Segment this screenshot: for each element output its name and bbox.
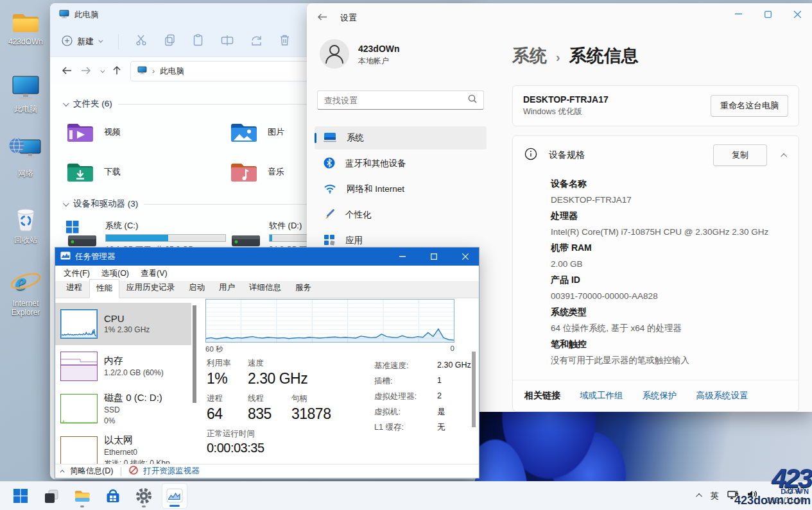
input-language-indicator[interactable]: 英	[711, 490, 719, 502]
task-manager-window: 任务管理器 文件(F) 选项(O) 查看(V) 进程 性能 应用历史记录 启动 …	[55, 247, 479, 479]
sidebar-item-bluetooth[interactable]: 蓝牙和其他设备	[315, 152, 487, 175]
tab-performance[interactable]: 性能	[89, 279, 119, 298]
taskbar-file-explorer[interactable]	[69, 483, 95, 509]
sidebar-item-system[interactable]: 系统	[315, 126, 487, 149]
stat-value: 64	[207, 405, 248, 423]
wallpaper-bloom	[475, 409, 812, 482]
desktop-icon-423down[interactable]: 423dOWn	[1, 5, 51, 46]
desktop-icon-recycle-bin[interactable]: 回收站	[1, 203, 51, 246]
music-folder-icon	[229, 160, 259, 184]
maximize-button[interactable]	[420, 248, 447, 266]
desktop-icon-this-pc[interactable]: 此电脑	[1, 72, 51, 115]
data-drive-icon	[229, 220, 260, 250]
stat-value: 835	[248, 405, 291, 423]
link-system-protection[interactable]: 系统保护	[643, 390, 677, 402]
apps-icon	[324, 234, 335, 248]
copy-button[interactable]: 复制	[713, 144, 767, 166]
summary-toggle[interactable]: 简略信息(D)	[70, 466, 113, 477]
spec-label: 处理器	[551, 208, 788, 224]
tab-processes[interactable]: 进程	[59, 278, 89, 298]
file-explorer-icon	[74, 488, 91, 504]
sidebar-item-label: 系统	[347, 132, 364, 144]
up-button[interactable]	[112, 65, 121, 77]
desktop-icon-internet-explorer[interactable]: e Internet Explorer	[1, 267, 51, 317]
spec-rows: 设备名称 DESKTOP-FTRJA17 处理器 Intel(R) Core(T…	[513, 174, 799, 375]
taskbar-task-manager[interactable]	[162, 483, 187, 509]
close-button[interactable]	[782, 3, 812, 25]
cut-button[interactable]	[135, 34, 148, 49]
sidebar-item-sub: SSD	[104, 405, 162, 415]
drive-usage-fill	[106, 235, 168, 241]
taskbar-store[interactable]	[100, 483, 126, 509]
sidebar-scrollbar[interactable]	[193, 305, 196, 403]
link-domain-workgroup[interactable]: 域或工作组	[580, 390, 623, 402]
spec-card-header[interactable]: 设备规格 复制	[513, 136, 799, 174]
menu-file[interactable]: 文件(F)	[58, 268, 96, 279]
sidebar-item-disk[interactable]: 磁盘 0 (C: D:) SSD 0%	[55, 387, 191, 430]
windows-edition: Windows 优化版	[523, 106, 609, 117]
breadcrumb-location[interactable]: 此电脑	[160, 66, 184, 77]
paste-button[interactable]	[193, 34, 204, 49]
page-title: 系统 › 系统信息	[512, 44, 799, 67]
sidebar-item-sub2: 0%	[104, 416, 162, 426]
back-button[interactable]	[317, 13, 327, 23]
taskbar: 英 22:47 2022/11/10	[0, 481, 812, 510]
network-tray-icon[interactable]	[727, 489, 739, 502]
settings-nav: 系统 蓝牙和其他设备 网络和 Internet 个性化 应用	[315, 126, 487, 252]
system-drive-icon	[65, 220, 96, 250]
tab-details[interactable]: 详细信息	[242, 278, 288, 298]
breadcrumb-parent[interactable]: 系统	[512, 44, 547, 67]
open-resource-monitor-link[interactable]: 打开资源监视器	[143, 466, 200, 477]
search-input[interactable]	[324, 96, 468, 105]
folder-tile-videos[interactable]: 视频	[65, 120, 229, 144]
sidebar-item-memory[interactable]: 内存 1.2/2.0 GB (60%)	[55, 345, 191, 387]
sidebar-item-network[interactable]: 网络和 Internet	[315, 178, 487, 201]
rename-button[interactable]	[221, 35, 234, 49]
menu-options[interactable]: 选项(O)	[96, 268, 135, 279]
task-view-button[interactable]	[39, 483, 64, 509]
link-advanced-system-settings[interactable]: 高级系统设置	[696, 390, 748, 402]
task-manager-titlebar[interactable]: 任务管理器	[55, 248, 479, 266]
tab-users[interactable]: 用户	[212, 278, 242, 298]
rename-pc-button[interactable]: 重命名这台电脑	[711, 95, 788, 117]
copy-button[interactable]	[164, 34, 176, 49]
volume-tray-icon[interactable]	[747, 489, 758, 502]
minimize-button[interactable]	[389, 248, 416, 266]
back-button[interactable]	[62, 66, 72, 77]
graph-axis-labels: 60 秒 0	[205, 344, 454, 354]
taskbar-clock[interactable]: 22:47 2022/11/10	[766, 486, 804, 506]
settings-search-box[interactable]	[317, 90, 484, 110]
maximize-button[interactable]	[753, 3, 782, 25]
task-manager-icon	[60, 251, 71, 262]
toolbar-separator	[118, 34, 119, 49]
chevron-down-icon	[63, 200, 69, 207]
chevron-up-icon[interactable]	[781, 153, 787, 159]
plus-circle-icon	[62, 35, 73, 48]
desktop-icon-network[interactable]: 网络	[1, 136, 51, 179]
forward-button[interactable]	[81, 66, 91, 77]
tab-services[interactable]: 服务	[288, 278, 318, 298]
delete-button[interactable]	[279, 34, 290, 49]
tab-startup[interactable]: 启动	[182, 278, 212, 298]
tab-app-history[interactable]: 应用历史记录	[119, 278, 182, 298]
close-button[interactable]	[452, 248, 479, 266]
minimize-button[interactable]	[723, 3, 753, 25]
share-button[interactable]	[250, 35, 263, 49]
windows-logo-icon	[13, 488, 28, 504]
taskbar-settings[interactable]	[131, 483, 157, 509]
statusbar-separator	[121, 467, 121, 476]
drives-header-label: 设备和驱动器 (3)	[73, 198, 138, 210]
sidebar-item-label: 应用	[345, 235, 363, 246]
folder-tile-downloads[interactable]: 下载	[65, 160, 229, 184]
this-pc-icon	[59, 10, 69, 21]
pane-scrollbar[interactable]	[472, 352, 476, 427]
user-profile[interactable]: 423dOWn 本地帐户	[315, 39, 487, 71]
tray-overflow-chevron[interactable]	[696, 493, 702, 500]
new-button[interactable]: 新建	[62, 35, 101, 48]
sidebar-item-label: 蓝牙和其他设备	[345, 158, 406, 169]
start-button[interactable]	[8, 483, 33, 509]
menu-view[interactable]: 查看(V)	[135, 268, 173, 279]
sidebar-item-personalization[interactable]: 个性化	[315, 203, 487, 226]
history-chevron-icon[interactable]	[100, 68, 105, 72]
sidebar-item-cpu[interactable]: CPU 1% 2.30 GHz	[55, 303, 191, 345]
